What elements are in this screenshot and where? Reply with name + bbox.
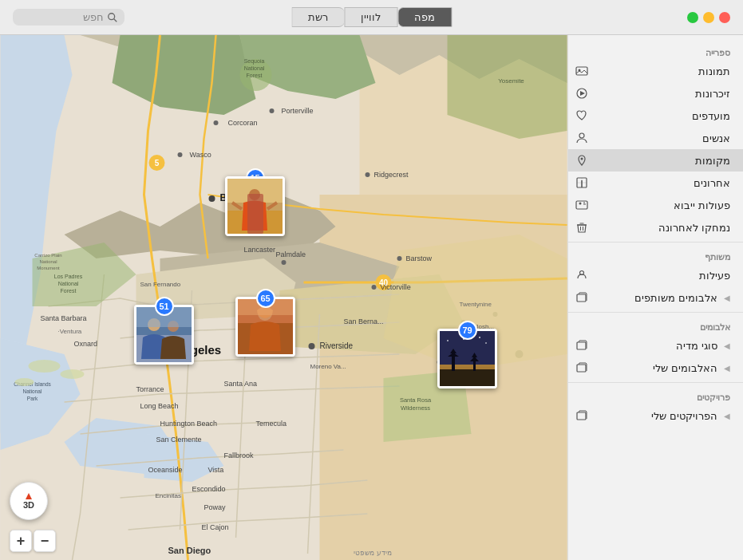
svg-point-101 [447, 340, 449, 341]
shared-albums-icon [575, 290, 589, 305]
svg-text:Lancaster: Lancaster [244, 246, 276, 254]
pin-count-la-east: 65 [256, 289, 275, 308]
svg-text:Park: Park [27, 396, 38, 401]
sidebar-item-places[interactable]: מקומות [568, 149, 743, 172]
red-traffic-light[interactable] [719, 12, 730, 23]
svg-line-1 [114, 18, 117, 22]
svg-text:Huntington Beach: Huntington Beach [160, 420, 218, 428]
zoom-controls: + − [10, 530, 56, 552]
tab-group: רשת לוויין מפה [291, 7, 452, 27]
search-placeholder: חפש [83, 11, 104, 23]
sidebar-item-recent[interactable]: אחרונים [568, 172, 743, 194]
svg-text:National: National [58, 281, 79, 286]
svg-text:Barstow: Barstow [406, 254, 433, 262]
svg-text:Poway: Poway [204, 503, 227, 511]
my-albums-icon [575, 361, 589, 375]
photo-pin-la-east[interactable]: 65 [235, 297, 295, 357]
section-library-label: ספרייה [568, 41, 743, 60]
activity-icon [575, 268, 589, 282]
svg-text:National: National [244, 65, 265, 71]
window-controls [687, 12, 730, 23]
photos-icon [575, 64, 589, 78]
svg-point-30 [214, 120, 219, 125]
chevron-my-albums: ◀ [724, 364, 730, 373]
divider-3 [568, 382, 743, 383]
section-shared-label: משותף [568, 246, 743, 264]
sidebar-item-photos[interactable]: תמונות [568, 60, 743, 82]
svg-text:Santa Rosa: Santa Rosa [400, 396, 432, 404]
sidebar-item-deleted[interactable]: נמחקו לאחרונה [568, 216, 743, 239]
sidebar-item-memories[interactable]: זיכרונות [568, 82, 743, 105]
svg-point-29 [15, 378, 34, 386]
svg-text:Los Padres: Los Padres [54, 274, 83, 279]
svg-rect-104 [576, 67, 587, 75]
svg-point-51 [309, 343, 315, 349]
svg-text:Monument: Monument [37, 266, 60, 270]
zoom-out-button[interactable]: − [34, 530, 56, 552]
svg-text:Yosemite: Yosemite [498, 77, 524, 85]
svg-text:·Ventura: ·Ventura [58, 328, 82, 335]
sidebar-import-label: פעולות ייבוא [595, 199, 730, 211]
green-traffic-light[interactable] [687, 12, 698, 23]
svg-text:5: 5 [155, 159, 160, 168]
svg-text:Riverside: Riverside [320, 341, 354, 350]
chevron-my-projects: ◀ [724, 412, 730, 420]
svg-point-100 [479, 337, 480, 338]
yellow-traffic-light[interactable] [703, 12, 714, 23]
svg-text:Ridgecrest: Ridgecrest [374, 171, 409, 179]
sidebar-recent-label: אחרונים [595, 177, 730, 189]
svg-rect-116 [577, 294, 586, 302]
svg-text:National: National [23, 388, 42, 394]
sidebar-people-label: אנשים [595, 132, 730, 144]
svg-text:Twentynine: Twentynine [460, 301, 492, 308]
recent-icon [575, 175, 589, 190]
deleted-icon [575, 220, 589, 235]
sidebar-shared-albums-label: אלבומים משותפים [595, 292, 717, 304]
sidebar-item-my-projects[interactable]: ◀ הפרויקטים שלי [568, 404, 743, 427]
sidebar-my-projects-label: הפרויקטים שלי [595, 410, 717, 422]
photo-pin-desert[interactable]: 79 [437, 329, 497, 388]
sidebar-item-people[interactable]: אנשים [568, 127, 743, 149]
sidebar-item-import[interactable]: פעולות ייבוא [568, 194, 743, 216]
svg-text:San Diego: San Diego [168, 546, 211, 555]
sidebar-item-activity[interactable]: פעילות [568, 264, 743, 286]
sidebar-photos-label: תמונות [595, 65, 730, 77]
svg-point-36 [209, 195, 215, 202]
svg-text:El Cajon: El Cajon [202, 523, 229, 531]
divider-2 [568, 312, 743, 313]
photo-pin-bakersfield[interactable]: 15 [225, 176, 285, 236]
svg-text:Oxnard: Oxnard [74, 340, 98, 348]
sidebar-item-media-type[interactable]: ◀ סוגי מדיה [568, 334, 743, 357]
sidebar-item-shared-albums[interactable]: ◀ אלבומים משותפים [568, 286, 743, 309]
zoom-in-button[interactable]: + [10, 530, 32, 552]
map-area[interactable]: 5 40 [0, 35, 567, 560]
svg-text:Santa Ana: Santa Ana [224, 380, 258, 388]
photo-pin-la-west[interactable]: 51 [134, 305, 194, 365]
svg-point-108 [579, 133, 584, 138]
pin-count-la-west: 51 [155, 297, 174, 316]
svg-rect-79 [227, 211, 283, 234]
svg-text:Forest: Forest [61, 288, 77, 294]
divider-1 [568, 242, 743, 243]
sidebar-item-favorites[interactable]: מועדפים [568, 105, 743, 127]
svg-point-81 [249, 189, 260, 200]
svg-point-109 [581, 158, 583, 160]
my-projects-icon [575, 408, 589, 423]
search-bar[interactable]: חפש [13, 9, 124, 26]
sidebar-item-my-albums[interactable]: ◀ האלבומים שלי [568, 357, 743, 379]
tab-reshet[interactable]: רשת [291, 7, 344, 27]
svg-text:Palmdale: Palmdale [276, 250, 306, 258]
svg-text:Santa Barbara: Santa Barbara [41, 314, 87, 322]
svg-point-28 [61, 369, 85, 379]
tab-lovin[interactable]: לוויין [344, 7, 397, 27]
svg-text:Carrizo Plain: Carrizo Plain [34, 253, 61, 258]
svg-point-38 [366, 172, 370, 177]
compass-arrow [26, 493, 32, 499]
svg-rect-111 [576, 201, 587, 209]
sidebar-memories-label: זיכרונות [595, 88, 730, 100]
tab-mapa[interactable]: מפה [397, 7, 452, 27]
sidebar-deleted-label: נמחקו לאחרונה [595, 222, 730, 234]
people-icon [575, 131, 589, 145]
map-3d-button[interactable]: 3D [10, 482, 48, 520]
memories-icon [575, 86, 589, 101]
